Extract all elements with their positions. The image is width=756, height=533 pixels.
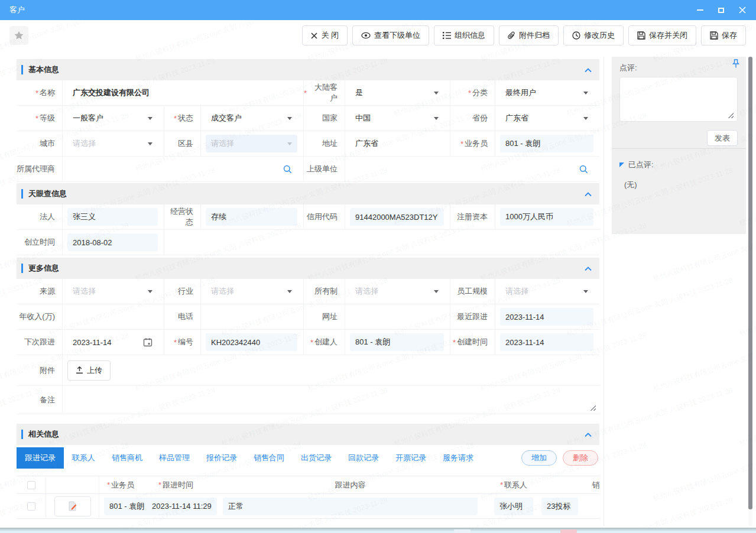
- section-related-header[interactable]: 相关信息: [17, 424, 599, 445]
- city-select[interactable]: 请选择: [67, 135, 158, 152]
- creator-input[interactable]: 801 - 袁朗: [350, 333, 444, 351]
- section-more-header[interactable]: 更多信息: [17, 258, 599, 279]
- country-select[interactable]: 中国: [350, 109, 444, 127]
- chevron-up-icon[interactable]: [584, 67, 592, 73]
- contact-cell[interactable]: 张小明: [494, 498, 533, 515]
- maximize-button[interactable]: [717, 6, 725, 14]
- section-title: 更多信息: [28, 263, 59, 274]
- country-field: 中国: [345, 106, 450, 131]
- source-select[interactable]: 请选择: [67, 282, 158, 300]
- credit-code-input[interactable]: 91442000MA523DT12Y: [350, 208, 444, 226]
- upload-button[interactable]: 上传: [67, 360, 111, 381]
- tab-sample-management[interactable]: 样品管理: [151, 447, 198, 469]
- view-subordinate-units-button[interactable]: 查看下级单位: [352, 25, 429, 46]
- edit-record-button[interactable]: [54, 496, 91, 516]
- website-label: 网址: [304, 304, 345, 330]
- address-input[interactable]: 广东省: [350, 135, 444, 152]
- calendar-icon[interactable]: [143, 337, 153, 347]
- section-basic-info: 基本信息 名称 广东交投建设有限公司 大陆客户 是 分类 最终用户: [17, 59, 599, 182]
- level-select[interactable]: 一般客户: [67, 109, 158, 127]
- attachment-label: 附件: [17, 355, 63, 386]
- legal-person-field: 张三义: [63, 204, 164, 230]
- section-tianyancha-header[interactable]: 天眼查信息: [17, 183, 599, 204]
- opportunity-cell[interactable]: 23投标: [541, 498, 578, 515]
- minimize-button[interactable]: [696, 6, 704, 14]
- save-button[interactable]: 保存: [701, 25, 746, 46]
- source-label: 来源: [17, 279, 63, 304]
- scrollbar-thumb[interactable]: [748, 57, 752, 509]
- publish-button[interactable]: 发表: [707, 130, 738, 146]
- created-time-input[interactable]: 2023-11-14: [500, 333, 593, 351]
- tab-sales-contracts[interactable]: 销售合同: [245, 447, 293, 469]
- attachment-archive-button[interactable]: 附件归档: [499, 25, 559, 46]
- registered-capital-label: 注册资本: [450, 204, 495, 230]
- agent-search-input[interactable]: [67, 160, 297, 178]
- operating-status-input[interactable]: 存续: [206, 208, 297, 226]
- tab-followup-records[interactable]: 跟进记录: [17, 447, 64, 469]
- tab-quotation-records[interactable]: 报价记录: [198, 447, 245, 469]
- status-field: 成交客户: [201, 106, 304, 131]
- add-button[interactable]: 增加: [521, 450, 557, 466]
- section-tianyancha-info: 天眼查信息 法人 张三义 经营状态 存续 信用代码 91442000MA523D…: [17, 183, 599, 255]
- comment-textarea[interactable]: [619, 77, 738, 122]
- commented-toggle[interactable]: 已点评:: [619, 160, 738, 170]
- employee-scale-field: 请选择: [495, 279, 599, 304]
- employee-scale-select[interactable]: 请选择: [500, 282, 593, 300]
- annual-revenue-input[interactable]: [67, 308, 158, 326]
- search-icon[interactable]: [283, 165, 292, 174]
- chevron-up-icon[interactable]: [584, 266, 592, 271]
- tab-invoice-records[interactable]: 开票记录: [387, 447, 434, 469]
- status-select[interactable]: 成交客户: [206, 109, 297, 127]
- province-select[interactable]: 广东省: [500, 109, 593, 127]
- row-checkbox[interactable]: [27, 502, 35, 511]
- followup-records-table: 业务员 跟进时间 跟进内容 联系人 销 801 - 袁朗: [17, 476, 599, 519]
- close-button[interactable]: 关 闭: [302, 25, 348, 46]
- pin-icon[interactable]: [732, 59, 740, 69]
- industry-select[interactable]: 请选择: [206, 282, 297, 300]
- select-all-checkbox[interactable]: [27, 481, 35, 489]
- tab-shipment-records[interactable]: 出货记录: [293, 447, 340, 469]
- founded-date-input[interactable]: 2018-08-02: [67, 233, 158, 251]
- tab-contacts[interactable]: 联系人: [64, 447, 103, 469]
- code-input[interactable]: KH202342440: [206, 333, 297, 351]
- section-accent-bar: [21, 430, 23, 439]
- chevron-up-icon[interactable]: [584, 432, 592, 437]
- salesman-field: 801 - 袁朗: [495, 131, 599, 157]
- favorite-star-button[interactable]: [9, 26, 28, 45]
- remark-field: [63, 386, 599, 414]
- last-followup-input[interactable]: 2023-11-14: [500, 308, 593, 326]
- organization-info-button[interactable]: 组织信息: [434, 25, 494, 46]
- chevron-up-icon[interactable]: [584, 191, 592, 197]
- parent-unit-search-input[interactable]: [350, 160, 593, 178]
- followup-content-cell[interactable]: 正常: [223, 498, 478, 515]
- category-select[interactable]: 最终用户: [500, 84, 593, 102]
- ownership-field: 请选择: [345, 279, 450, 304]
- next-followup-date-input[interactable]: 2023-11-14: [67, 333, 158, 351]
- tab-service-requests[interactable]: 服务请求: [434, 447, 482, 469]
- salesman-input[interactable]: 801 - 袁朗: [500, 135, 593, 152]
- district-select[interactable]: 请选择: [206, 135, 297, 152]
- vertical-scrollbar[interactable]: [748, 57, 752, 526]
- resize-grip-icon[interactable]: [727, 112, 734, 118]
- tab-sales-opportunities[interactable]: 销售商机: [103, 447, 151, 469]
- section-basic-header[interactable]: 基本信息: [17, 59, 599, 80]
- document-edit-icon: [68, 501, 77, 511]
- commented-section: 已点评: (无): [612, 149, 746, 190]
- chevron-down-icon: [287, 117, 292, 120]
- phone-input[interactable]: [206, 308, 297, 326]
- delete-button[interactable]: 删除: [563, 450, 598, 466]
- mainland-select[interactable]: 是: [350, 84, 444, 102]
- modification-history-button[interactable]: 修改历史: [563, 25, 624, 46]
- registered-capital-input[interactable]: 1000万人民币: [500, 208, 593, 226]
- name-input[interactable]: 广东交投建设有限公司: [67, 84, 297, 102]
- tab-payment-records[interactable]: 回款记录: [340, 447, 387, 469]
- ownership-select[interactable]: 请选择: [350, 282, 444, 300]
- close-window-button[interactable]: [738, 6, 747, 14]
- chevron-down-icon: [583, 290, 588, 293]
- search-icon[interactable]: [579, 165, 588, 174]
- save-and-close-button[interactable]: 保存并关闭: [628, 25, 696, 46]
- website-input[interactable]: [350, 308, 444, 326]
- followup-time-cell[interactable]: 2023-11-14 11:29: [147, 498, 217, 515]
- remark-textarea[interactable]: [63, 386, 599, 414]
- legal-person-input[interactable]: 张三义: [67, 208, 158, 226]
